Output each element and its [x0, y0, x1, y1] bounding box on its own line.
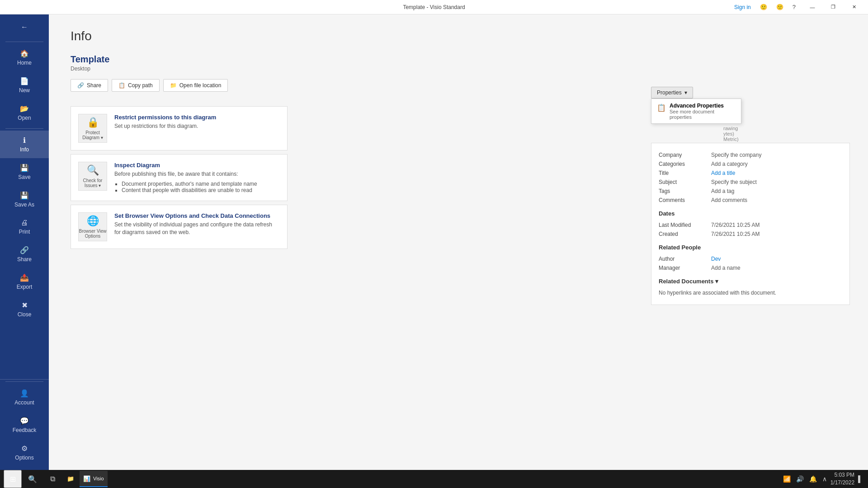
- sidebar-item-close[interactable]: ✖ Close: [0, 296, 49, 323]
- sidebar-new-label: New: [19, 87, 30, 94]
- properties-panel: Properties ▾ 📋 Advanced Properties See m…: [651, 87, 832, 305]
- advanced-properties-title: Advanced Properties: [670, 103, 736, 109]
- sidebar-item-info[interactable]: ℹ Info: [0, 131, 49, 158]
- restore-button[interactable]: ❐: [823, 0, 844, 14]
- open-file-location-button[interactable]: 📁 Open file location: [163, 79, 228, 92]
- chevron-up-icon[interactable]: ∧: [821, 474, 829, 484]
- taskbar-clock[interactable]: 5:03 PM 1/17/2022: [830, 471, 854, 487]
- prop-row-subject: Subject Specify the subject: [659, 178, 842, 187]
- title-bar-controls: Sign in 🙂 🙁 ? — ❐ ✕: [731, 0, 864, 14]
- browser-view-body: Set Browser View Options and Check Data …: [114, 212, 280, 236]
- close-doc-icon: ✖: [22, 301, 28, 310]
- author-label: Author: [659, 256, 704, 262]
- sidebar-item-new[interactable]: 📄 New: [0, 71, 49, 99]
- sidebar-item-open[interactable]: 📂 Open: [0, 99, 49, 127]
- cards-section: 🔒 ProtectDiagram ▾ Restrict permissions …: [71, 106, 288, 249]
- sidebar-back-button[interactable]: ←: [0, 14, 49, 40]
- title-bar-title: Template - Visio Standard: [403, 4, 465, 10]
- minimize-button[interactable]: —: [802, 0, 823, 14]
- home-icon: 🏠: [20, 49, 29, 58]
- copy-path-button[interactable]: 📋 Copy path: [112, 79, 160, 92]
- advanced-properties-item[interactable]: 📋 Advanced Properties See more document …: [651, 99, 741, 123]
- close-button[interactable]: ✕: [844, 0, 864, 14]
- inspect-diagram-card[interactable]: 🔍 Check forIssues ▾ Inspect Diagram Befo…: [71, 154, 288, 201]
- content-area: Info Template Desktop 🔗 Share 📋 Copy pat…: [49, 14, 868, 470]
- sidebar-print-label: Print: [19, 229, 30, 235]
- emoji-sad-icon[interactable]: 🙁: [774, 3, 786, 11]
- subject-label: Subject: [659, 179, 704, 185]
- sidebar-home-label: Home: [17, 60, 32, 66]
- browser-view-icon: 🌐: [87, 215, 99, 227]
- title-value[interactable]: Add a title: [711, 170, 842, 176]
- inspect-diagram-icon-box: 🔍 Check forIssues ▾: [78, 162, 107, 191]
- protect-diagram-icon-label: ProtectDiagram ▾: [82, 130, 103, 140]
- file-location: Desktop: [71, 66, 846, 72]
- copy-path-icon: 📋: [118, 82, 125, 89]
- sidebar-item-save-as[interactable]: 💾 Save As: [0, 186, 49, 213]
- check-issues-icon: 🔍: [87, 164, 99, 176]
- main-area: ← 🏠 Home 📄 New 📂 Open ℹ Info: [0, 14, 868, 470]
- inspect-diagram-title: Inspect Diagram: [114, 162, 280, 169]
- share-button[interactable]: 🔗 Share: [71, 79, 108, 92]
- prop-fields-section: Company Specify the company Categories A…: [659, 150, 842, 205]
- protect-diagram-desc: Set up restrictions for this diagram.: [114, 122, 280, 130]
- check-issues-icon-label: Check forIssues ▾: [83, 178, 103, 188]
- advanced-properties-icon: 📋: [657, 103, 666, 112]
- search-taskbar-button[interactable]: 🔍: [24, 470, 42, 488]
- sidebar-item-home[interactable]: 🏠 Home: [0, 44, 49, 71]
- properties-area: Properties ▾ 📋 Advanced Properties See m…: [651, 87, 832, 305]
- browser-view-card[interactable]: 🌐 Browser ViewOptions Set Browser View O…: [71, 205, 288, 249]
- properties-button[interactable]: Properties ▾: [651, 87, 693, 99]
- related-docs-note: No hyperlinks are associated with this d…: [659, 290, 842, 296]
- related-docs-section-title: Related Documents ▾: [659, 278, 842, 285]
- company-label: Company: [659, 152, 704, 158]
- author-value[interactable]: Dev: [711, 256, 842, 262]
- sidebar-item-save[interactable]: 💾 Save: [0, 158, 49, 186]
- hidden-row-2: Metric): [723, 136, 739, 142]
- browser-view-desc: Set the visibility of individual pages a…: [114, 221, 280, 236]
- taskbar-explorer-app[interactable]: 📁: [63, 471, 78, 487]
- company-value: Specify the company: [711, 152, 842, 158]
- sidebar-close-label: Close: [18, 311, 32, 318]
- share-icon: 🔗: [20, 246, 29, 254]
- protect-diagram-card[interactable]: 🔒 ProtectDiagram ▾ Restrict permissions …: [71, 106, 288, 150]
- sidebar-item-feedback[interactable]: 💬 Feedback: [0, 411, 49, 439]
- sidebar-item-share[interactable]: 🔗 Share: [0, 240, 49, 268]
- page-title: Info: [71, 29, 846, 43]
- window-controls: — ❐ ✕: [802, 0, 864, 14]
- notification-icon[interactable]: 🔔: [807, 474, 819, 484]
- sidebar-item-export[interactable]: 📤 Export: [0, 268, 49, 296]
- open-icon: 📂: [20, 104, 29, 113]
- sidebar-item-print[interactable]: 🖨 Print: [0, 213, 49, 240]
- save-as-icon: 💾: [20, 191, 29, 200]
- options-icon: ⚙: [21, 444, 28, 453]
- sidebar-item-account[interactable]: 👤 Account: [0, 384, 49, 411]
- task-view-button[interactable]: ⧉: [43, 470, 61, 488]
- share-btn-icon: 🔗: [77, 82, 84, 89]
- signin-button[interactable]: Sign in: [731, 3, 754, 11]
- help-button[interactable]: ?: [790, 3, 798, 11]
- created-value: 7/26/2021 10:25 AM: [711, 231, 842, 237]
- prop-row-categories: Categories Add a category: [659, 160, 842, 169]
- volume-icon[interactable]: 🔊: [794, 474, 806, 484]
- visio-label: Visio: [93, 476, 104, 481]
- properties-btn-chevron: ▾: [684, 89, 687, 96]
- sidebar-save-as-label: Save As: [14, 202, 34, 208]
- show-desktop-button[interactable]: ▌: [856, 474, 864, 484]
- start-button[interactable]: ⊞: [4, 470, 22, 488]
- browser-view-title: Set Browser View Options and Check Data …: [114, 212, 280, 219]
- sidebar-feedback-label: Feedback: [13, 427, 37, 433]
- visio-icon: 📊: [83, 475, 90, 482]
- sidebar-account-label: Account: [14, 399, 34, 406]
- info-icon: ℹ: [23, 136, 26, 145]
- inspect-diagram-desc: Before publishing this file, be aware th…: [114, 170, 280, 178]
- prop-row-created: Created 7/26/2021 10:25 AM: [659, 230, 842, 239]
- network-icon[interactable]: 📶: [781, 474, 793, 484]
- sidebar-item-options[interactable]: ⚙ Options: [0, 439, 49, 466]
- taskbar-visio-app[interactable]: 📊 Visio: [80, 471, 108, 487]
- taskbar: ⊞ 🔍 ⧉ 📁 📊 Visio 📶 🔊 🔔 ∧ 5:03 PM 1/17/202…: [0, 470, 868, 488]
- emoji-happy-icon[interactable]: 🙂: [757, 3, 770, 11]
- protect-diagram-body: Restrict permissions to this diagram Set…: [114, 114, 280, 130]
- manager-value: Add a name: [711, 265, 842, 271]
- open-file-location-label: Open file location: [179, 82, 222, 89]
